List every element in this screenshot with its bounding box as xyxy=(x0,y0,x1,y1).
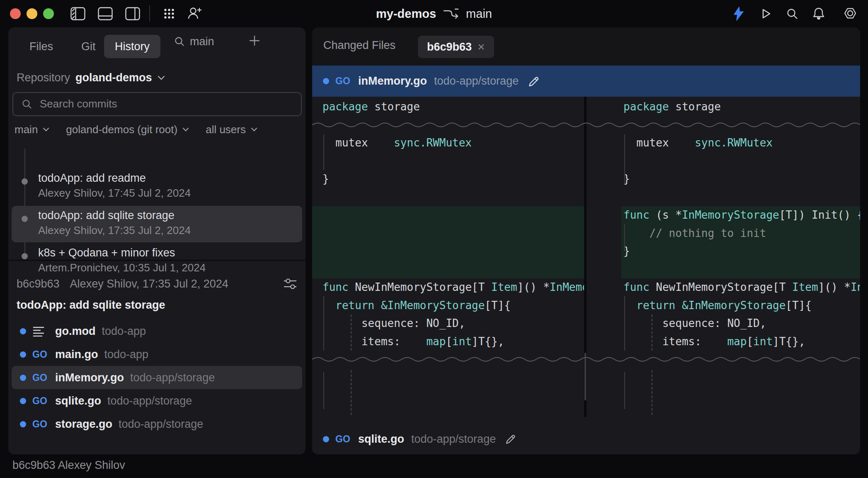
commit-filters: maingoland-demos (git root)all users xyxy=(15,122,257,137)
edit-pencil-icon[interactable] xyxy=(504,433,517,445)
commit-item[interactable]: todoApp: add readmeAlexey Shilov, 17:45 … xyxy=(12,168,302,205)
collapsed-region-wave-icon[interactable] xyxy=(312,356,860,363)
commit-item[interactable]: k8s + Qodana + minor fixesArtem.Proniche… xyxy=(12,243,302,280)
search-commits-magnifier-icon xyxy=(22,99,32,110)
go-file-icon: GO xyxy=(32,372,49,383)
indent-guide xyxy=(652,370,652,415)
diff-file-header-sqlite[interactable]: GO sqlite.go todo-app/storage xyxy=(312,428,860,450)
branch-arrow-icon xyxy=(443,7,459,20)
diff-editor[interactable]: package storage mutex sync.RWMutex}func … xyxy=(312,97,860,417)
repository-selector[interactable]: Repository goland-demos xyxy=(17,69,165,86)
sidebar-tab-files[interactable]: Files xyxy=(19,35,64,58)
search-tab-label: main xyxy=(190,35,214,48)
diff-pane-before[interactable]: package storage mutex sync.RWMutex}func … xyxy=(312,97,585,417)
sidebar-tab-history[interactable]: History xyxy=(104,35,160,58)
commit-title: k8s + Qodana + minor fixes xyxy=(38,246,175,259)
code-line: // nothing to init xyxy=(623,224,766,243)
changed-file-item-main.go[interactable]: GOmain.gotodo-app xyxy=(12,343,302,366)
run-bolt-icon[interactable] xyxy=(733,7,744,21)
go-mod-file-icon xyxy=(32,326,49,337)
modified-file-dot-icon xyxy=(20,351,26,358)
code-line: return &InMemoryStorage[T]{ xyxy=(623,297,812,315)
changed-file-item-go.mod[interactable]: go.modtodo-app xyxy=(12,319,302,343)
file-path: todo-app/storage xyxy=(130,371,215,384)
modified-file-dot-icon xyxy=(20,421,26,427)
diff-file-header-inmemory[interactable]: GO inMemory.go todo-app/storage xyxy=(312,66,860,97)
sidebar-tab-bar: FilesGitHistory xyxy=(8,32,305,61)
indent-guide xyxy=(323,296,324,351)
sidebar-tab-git[interactable]: Git xyxy=(70,35,107,58)
indent-guide xyxy=(351,315,352,351)
tab-commit-b6c9b63[interactable]: b6c9b63 × xyxy=(418,36,494,58)
changed-files-header: Changed Files b6c9b63 × xyxy=(312,27,860,66)
indent-guide xyxy=(351,370,352,415)
chevron-down-icon xyxy=(251,127,257,132)
filter-dropdown-1[interactable]: goland-demos (git root) xyxy=(66,123,189,136)
fleet-window: my-demos main xyxy=(0,0,868,478)
close-icon[interactable]: × xyxy=(478,41,485,53)
filter-dropdown-2[interactable]: all users xyxy=(206,123,257,136)
file-path: todo-app/storage xyxy=(119,418,203,431)
project-title[interactable]: my-demos xyxy=(376,7,436,21)
current-branch-label[interactable]: main xyxy=(466,7,492,21)
changed-file-item-storage.go[interactable]: GOstorage.gotodo-app/storage xyxy=(12,412,302,436)
chevron-down-icon xyxy=(158,76,165,80)
code-line: func NewInMemoryStorage[T Item]() *InMem… xyxy=(322,278,585,297)
notifications-bell-icon[interactable] xyxy=(812,7,825,21)
code-line: sequence: NO_ID, xyxy=(322,315,465,333)
modified-file-dot-icon xyxy=(20,375,26,381)
indent-guide xyxy=(652,315,652,351)
settings-gear-icon[interactable] xyxy=(844,7,856,20)
go-file-icon: GO xyxy=(32,349,49,360)
commit-hash: b6c9b63 xyxy=(17,278,60,290)
search-commits-input[interactable] xyxy=(39,94,289,114)
collapsed-file-path: todo-app/storage xyxy=(411,433,496,446)
code-line: items: map[int]T{}, xyxy=(623,333,805,351)
indent-guide xyxy=(624,224,625,251)
go-file-icon: GO xyxy=(335,76,352,87)
filter-label: all users xyxy=(206,123,246,136)
filter-label: goland-demos (git root) xyxy=(66,123,177,136)
git-sidebar-panel: FilesGitHistory main Repository goland-d… xyxy=(8,27,305,454)
code-line: package storage xyxy=(322,98,420,116)
commit-dot-icon xyxy=(22,216,28,222)
go-file-icon: GO xyxy=(32,419,49,430)
go-file-icon: GO xyxy=(32,395,49,407)
code-line: mutex sync.RWMutex xyxy=(322,134,472,152)
collapsed-region-wave-icon[interactable] xyxy=(312,122,860,129)
search-tab-magnifier-icon xyxy=(174,36,185,47)
file-name: storage.go xyxy=(55,418,112,431)
commit-meta: Alexey Shilov, 17:45 Jul 2, 2024 xyxy=(38,187,191,200)
commit-item[interactable]: todoApp: add sqlite storageAlexey Shilov… xyxy=(12,206,302,242)
commit-detail-header: b6c9b63 Alexey Shilov, 17:35 Jul 2, 2024 xyxy=(17,276,297,292)
search-commits-box xyxy=(12,92,302,116)
file-name: main.go xyxy=(55,348,98,361)
diff-file-path: todo-app/storage xyxy=(434,75,519,88)
tab-search-main[interactable]: main xyxy=(174,30,214,53)
new-tab-plus-icon[interactable] xyxy=(249,35,260,46)
play-run-icon[interactable] xyxy=(759,7,772,20)
commit-dot-icon xyxy=(22,178,28,185)
repository-name: goland-demos xyxy=(75,71,152,84)
status-bar-commit-info: b6c9b63 Alexey Shilov xyxy=(12,459,125,472)
diff-options-sliders-icon[interactable] xyxy=(283,278,297,290)
modified-file-dot-icon xyxy=(323,78,329,84)
commit-title: todoApp: add readme xyxy=(38,172,146,185)
commit-dot-icon xyxy=(22,253,28,259)
indent-guide xyxy=(624,372,625,409)
modified-file-dot-icon xyxy=(20,328,26,334)
chevron-down-icon xyxy=(182,127,189,132)
chevron-down-icon xyxy=(43,127,49,132)
edit-pencil-icon[interactable] xyxy=(527,75,541,88)
repository-label: Repository xyxy=(17,71,70,84)
go-file-icon: GO xyxy=(335,434,352,445)
filter-dropdown-0[interactable]: main xyxy=(15,123,49,136)
search-icon[interactable] xyxy=(786,7,798,20)
indent-guide xyxy=(624,134,625,184)
commit-message: todoApp: add sqlite storage xyxy=(17,299,165,312)
changed-file-item-sqlite.go[interactable]: GOsqlite.gotodo-app/storage xyxy=(12,389,302,412)
code-line: } xyxy=(322,170,329,188)
code-line: sequence: NO_ID, xyxy=(623,315,766,333)
diff-pane-after[interactable]: package storage mutex sync.RWMutex}func … xyxy=(588,97,860,417)
changed-file-item-inMemory.go[interactable]: GOinMemory.gotodo-app/storage xyxy=(12,366,302,389)
